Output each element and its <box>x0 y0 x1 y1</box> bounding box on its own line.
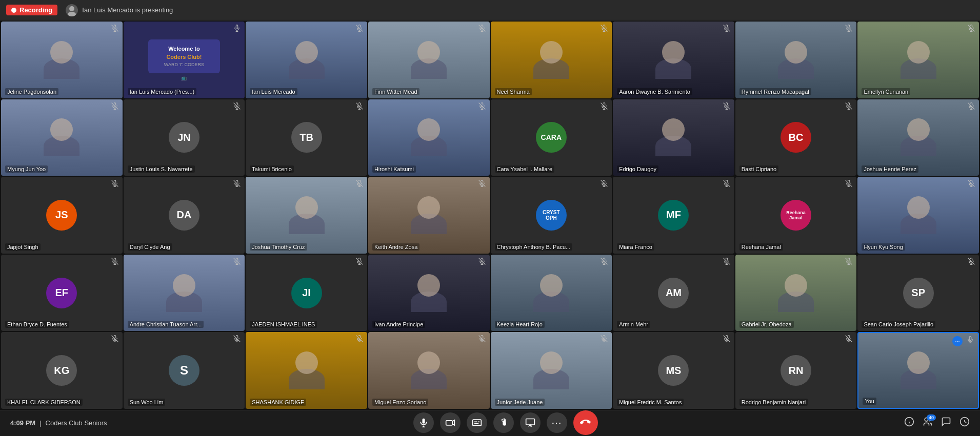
tile-bg-20 <box>368 177 490 254</box>
mic-button[interactable] <box>413 412 434 433</box>
tile-mic-24 <box>968 180 975 189</box>
tile-mic-39 <box>845 335 852 344</box>
tile-bg-26 <box>124 255 245 331</box>
tile-bg-35 <box>246 332 367 409</box>
svg-point-0 <box>69 6 74 11</box>
video-tile-21[interactable]: CRYSTOPHChrystoph Anthony B. Pacu... <box>491 177 612 254</box>
tile-name-40: You <box>863 398 876 405</box>
tile-name-6: Aaron Dwayne B. Sarmiento <box>617 88 692 95</box>
video-tile-33[interactable]: KGKHALEL CLARK GIBERSON <box>1 332 123 409</box>
video-tile-32[interactable]: SPSean Carlo Joseph Pajarillo <box>857 255 979 331</box>
tile-name-33: KHALEL CLARK GIBERSON <box>5 399 83 406</box>
video-tile-14[interactable]: Edrigo Daugoy <box>613 99 734 176</box>
video-tile-28[interactable]: Ivan Andre Principe <box>368 255 490 331</box>
video-tile-24[interactable]: Hyun Kyu Song <box>857 177 979 254</box>
people-button[interactable]: 40 <box>923 417 933 429</box>
present-button[interactable] <box>520 412 541 433</box>
video-tile-13[interactable]: CARACara Ysabel I. Mallare <box>491 99 612 176</box>
info-button[interactable] <box>904 417 914 429</box>
video-tile-8[interactable]: Emellyn Cunanan <box>857 22 979 98</box>
video-tile-27[interactable]: JIJAEDEN ISHMAEL INES <box>246 255 367 331</box>
video-tile-37[interactable]: Junior Jerie Juane <box>491 332 612 409</box>
video-tile-12[interactable]: Hiroshi Katsumi <box>368 99 490 176</box>
video-tile-36[interactable]: Miguel Enzo Soriano <box>368 332 490 409</box>
video-tile-22[interactable]: MFMiara Franco <box>613 177 734 254</box>
video-tile-4[interactable]: Finn Witter Mead <box>368 22 490 98</box>
video-tile-2[interactable]: Welcome to Coders Club! WARD 7: CODERS 📺… <box>124 22 245 98</box>
raise-hand-button[interactable] <box>493 412 514 433</box>
tile-mic-8 <box>968 25 975 33</box>
tile-bg-13: CARA <box>491 99 612 176</box>
tile-mic-30 <box>723 258 730 266</box>
tile-bg-6 <box>613 22 734 98</box>
tile-bg-11: TB <box>246 99 367 176</box>
tile-bg-2: Welcome to Coders Club! WARD 7: CODERS 📺 <box>124 22 245 98</box>
video-tile-23[interactable]: ReehanaJamalReehana Jamal <box>735 177 857 254</box>
tile-name-22: Miara Franco <box>617 243 654 251</box>
video-tile-3[interactable]: Ian Luis Mercado <box>246 22 367 98</box>
tile-name-23: Reehana Jamal <box>739 243 783 251</box>
tile-bg-23: ReehanaJamal <box>735 177 857 254</box>
video-tile-40[interactable]: ···You <box>857 332 979 409</box>
tile-name-35: SHASHANK GIDIGE <box>250 399 306 406</box>
video-tile-6[interactable]: Aaron Dwayne B. Sarmiento <box>613 22 734 98</box>
tile-bg-38: MS <box>613 332 734 409</box>
tile-mic-14 <box>723 102 730 111</box>
more-options-button[interactable]: ⋯ <box>547 412 567 433</box>
tile-bg-27: JI <box>246 255 367 331</box>
video-tile-35[interactable]: SHASHANK GIDIGE <box>246 332 367 409</box>
video-tile-34[interactable]: SSun Woo Lim <box>124 332 245 409</box>
video-tile-29[interactable]: Keezia Heart Rojo <box>491 255 612 331</box>
video-tile-18[interactable]: DADaryl Clyde Ang <box>124 177 245 254</box>
tile-mic-33 <box>111 335 118 344</box>
chat-button[interactable] <box>941 417 951 429</box>
video-tile-31[interactable]: Gabriel Jr. Obedoza <box>735 255 857 331</box>
tile-bg-32: SP <box>857 255 979 331</box>
recording-badge: Recording <box>6 5 57 15</box>
video-tile-16[interactable]: Joshua Henrie Perez <box>857 99 979 176</box>
activities-button[interactable] <box>959 417 970 429</box>
tile-mic-3 <box>356 25 363 33</box>
video-tile-7[interactable]: Rymmel Renzo Macapagal <box>735 22 857 98</box>
video-tile-10[interactable]: JNJustin Louis S. Navarrete <box>124 99 245 176</box>
tile-mic-22 <box>723 180 730 189</box>
video-tile-19[interactable]: Joshua Timothy Cruz <box>246 177 367 254</box>
end-call-button[interactable] <box>573 410 598 435</box>
presenter-avatar <box>66 4 78 16</box>
tile-bg-31 <box>735 255 857 331</box>
tile-name-4: Finn Witter Mead <box>372 88 419 95</box>
tile-mic-21 <box>601 180 608 189</box>
tile-mic-9 <box>111 102 118 111</box>
video-grid: Jeline Pagdonsolan Welcome to Coders Clu… <box>0 20 980 410</box>
recording-dot <box>11 8 16 13</box>
video-tile-15[interactable]: BCBasti Cipriano <box>735 99 857 176</box>
video-tile-39[interactable]: RNRodrigo Benjamin Nanjari <box>735 332 857 409</box>
video-tile-26[interactable]: Andre Christian Tuason Arr... <box>124 255 245 331</box>
tile-mic-1 <box>111 25 118 33</box>
tile-mic-38 <box>723 335 730 344</box>
tile-name-27: JAEDEN ISHMAEL INES <box>250 321 317 328</box>
tile-mic-28 <box>478 258 486 266</box>
tile-mic-35 <box>356 335 363 344</box>
tile-bg-12 <box>368 99 490 176</box>
captions-button[interactable] <box>467 412 487 433</box>
tile-mic-15 <box>845 102 852 111</box>
side-controls: 40 <box>904 417 970 429</box>
camera-button[interactable] <box>440 412 461 433</box>
tile-name-26: Andre Christian Tuason Arr... <box>128 321 204 328</box>
tile-mic-20 <box>478 180 486 189</box>
video-tile-5[interactable]: Neel Sharma <box>491 22 612 98</box>
svg-line-60 <box>965 422 966 423</box>
video-tile-17[interactable]: JSJapjot Singh <box>1 177 123 254</box>
video-tile-38[interactable]: MSMiguel Fredric M. Santos <box>613 332 734 409</box>
video-tile-25[interactable]: EFEthan Bryce D. Fuentes <box>1 255 123 331</box>
video-tile-9[interactable]: Myung Jun Yoo <box>1 99 123 176</box>
video-tile-30[interactable]: AMArmin Mehr <box>613 255 734 331</box>
video-tile-11[interactable]: TBTakumi Bricenio <box>246 99 367 176</box>
tile-name-19: Joshua Timothy Cruz <box>250 243 307 251</box>
tile-bg-37 <box>491 332 612 409</box>
video-tile-1[interactable]: Jeline Pagdonsolan <box>1 22 123 98</box>
video-tile-20[interactable]: Keith Andre Zosa <box>368 177 490 254</box>
tile-bg-25: EF <box>1 255 123 331</box>
tile-mic-37 <box>601 335 608 344</box>
